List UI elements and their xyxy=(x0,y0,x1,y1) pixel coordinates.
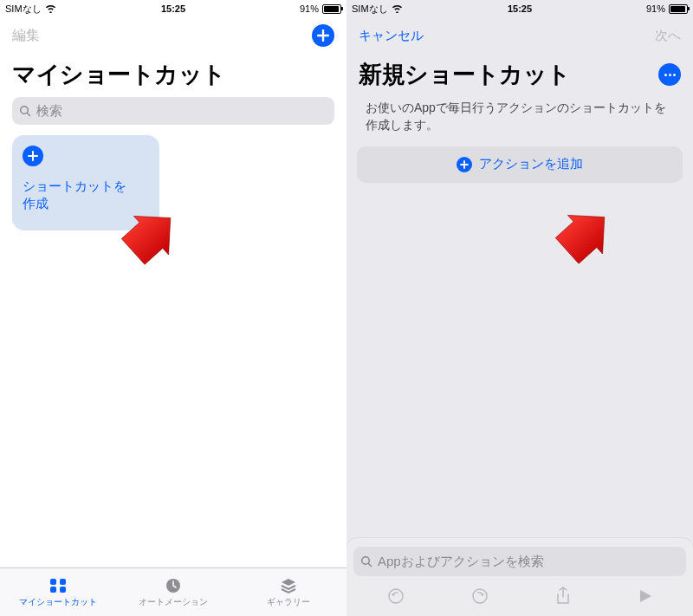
search-sheet[interactable]: Appおよびアクションを検索 xyxy=(346,538,693,616)
search-placeholder: Appおよびアクションを検索 xyxy=(378,554,544,570)
stack-icon xyxy=(279,577,298,594)
clock-badge-icon xyxy=(164,577,183,594)
add-action-button[interactable]: アクションを追加 xyxy=(357,146,683,183)
ellipsis-icon xyxy=(664,74,676,76)
clock: 15:25 xyxy=(161,3,185,14)
card-label: ショートカットを作成 xyxy=(23,178,149,212)
tab-gallery[interactable]: ギャラリー xyxy=(231,568,346,616)
svg-rect-5 xyxy=(60,587,66,593)
plus-circle-icon xyxy=(457,157,472,172)
search-icon xyxy=(19,105,31,117)
svg-line-1 xyxy=(28,113,30,116)
carrier-text: SIMなし xyxy=(352,3,388,16)
page-title: 新規ショートカット xyxy=(359,59,571,90)
svg-rect-2 xyxy=(50,579,56,585)
add-shortcut-button[interactable] xyxy=(312,24,334,47)
svg-rect-4 xyxy=(50,587,56,593)
toolbar xyxy=(353,576,686,616)
nav-bar: キャンセル 次へ xyxy=(346,17,693,50)
more-button[interactable] xyxy=(658,63,681,86)
edit-button[interactable]: 編集 xyxy=(12,27,40,45)
share-button[interactable] xyxy=(555,587,571,606)
svg-point-10 xyxy=(473,589,487,603)
search-placeholder: 検索 xyxy=(36,103,62,120)
action-search-field[interactable]: Appおよびアクションを検索 xyxy=(353,547,686,576)
wifi-icon xyxy=(392,4,403,13)
redo-button[interactable] xyxy=(471,587,489,605)
page-title: マイショートカット xyxy=(0,50,346,97)
description-text: お使いのAppで毎日行うアクションのショートカットを作成します。 xyxy=(346,97,693,146)
tab-my-shortcuts[interactable]: マイショートカット xyxy=(0,568,115,616)
svg-point-9 xyxy=(389,589,403,603)
cancel-button[interactable]: キャンセル xyxy=(359,28,424,44)
search-field[interactable]: 検索 xyxy=(12,97,334,125)
nav-bar: 編集 xyxy=(0,17,346,50)
plus-circle-icon xyxy=(23,146,43,166)
grid-icon xyxy=(49,577,68,594)
tab-automation[interactable]: オートメーション xyxy=(115,568,230,616)
battery-icon xyxy=(322,4,341,14)
create-shortcut-card[interactable]: ショートカットを作成 xyxy=(12,135,159,230)
search-icon xyxy=(360,555,372,567)
wifi-icon xyxy=(45,4,56,13)
svg-line-8 xyxy=(369,564,372,567)
status-bar: SIMなし 15:25 91% xyxy=(0,0,346,17)
tab-bar: マイショートカット オートメーション ギャラリー xyxy=(0,567,346,616)
battery-percent: 91% xyxy=(300,3,319,14)
status-bar: SIMなし 15:25 91% xyxy=(346,0,693,17)
clock: 15:25 xyxy=(508,3,532,14)
tutorial-arrow xyxy=(534,203,612,281)
next-button[interactable]: 次へ xyxy=(655,28,681,44)
battery-icon xyxy=(669,4,688,14)
undo-button[interactable] xyxy=(387,587,405,605)
battery-percent: 91% xyxy=(646,3,665,14)
svg-rect-3 xyxy=(60,579,66,585)
carrier-text: SIMなし xyxy=(5,3,42,16)
run-button[interactable] xyxy=(638,588,653,604)
